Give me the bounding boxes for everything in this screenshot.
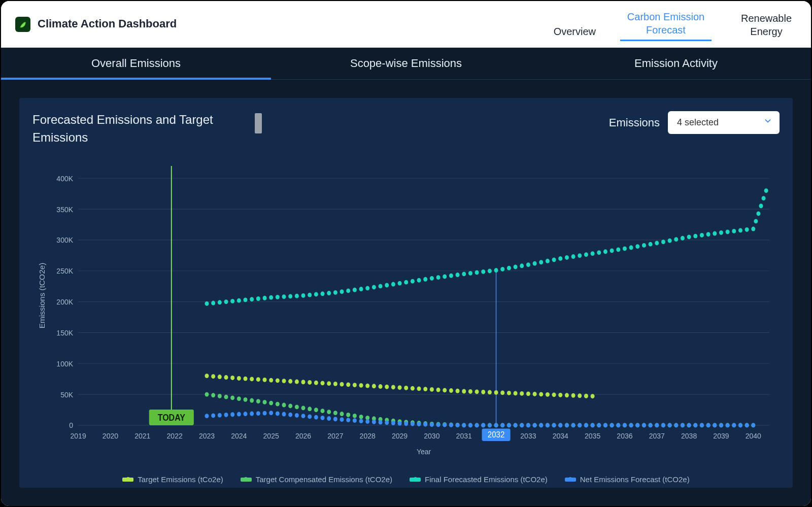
svg-point-300	[295, 413, 299, 418]
svg-point-363	[700, 423, 704, 427]
svg-point-123	[295, 404, 299, 409]
svg-point-105	[571, 393, 576, 397]
svg-text:100K: 100K	[56, 359, 73, 368]
svg-point-58	[269, 378, 273, 382]
emissions-select[interactable]: 4 selected	[668, 111, 780, 134]
svg-point-65	[314, 380, 318, 385]
svg-point-294	[256, 411, 260, 416]
svg-point-269	[681, 235, 685, 240]
leaf-icon	[18, 20, 27, 29]
svg-point-352	[629, 423, 633, 427]
svg-point-64	[308, 380, 312, 385]
svg-point-297	[276, 411, 280, 416]
svg-point-251	[565, 255, 569, 260]
svg-point-277	[732, 229, 736, 233]
svg-point-206	[276, 295, 280, 299]
svg-point-99	[533, 392, 537, 396]
top-tab-forecast[interactable]: Carbon Emission Forecast	[620, 7, 712, 41]
svg-point-132	[353, 414, 357, 418]
legend-swatch	[565, 478, 576, 482]
subtab-activity[interactable]: Emission Activity	[541, 48, 811, 79]
svg-point-244	[520, 263, 524, 268]
svg-point-346	[591, 423, 595, 427]
subtab-scope[interactable]: Scope-wise Emissions	[271, 48, 541, 79]
svg-point-342	[565, 423, 569, 427]
svg-point-284	[762, 196, 766, 200]
svg-point-67	[327, 381, 331, 386]
svg-point-272	[700, 233, 704, 238]
svg-point-89	[468, 389, 472, 394]
svg-point-204	[262, 295, 266, 300]
svg-point-370	[745, 423, 749, 427]
svg-text:2021: 2021	[134, 431, 150, 440]
svg-point-249	[552, 257, 556, 262]
top-tabs: Overview Carbon Emission Forecast Renewa…	[554, 7, 797, 41]
svg-text:400K: 400K	[56, 174, 73, 183]
svg-text:Year: Year	[417, 447, 431, 456]
svg-point-259	[616, 247, 620, 252]
svg-text:2032: 2032	[488, 430, 504, 439]
svg-point-245	[526, 262, 530, 267]
svg-point-205	[269, 295, 273, 299]
svg-point-239	[488, 268, 492, 273]
svg-text:2022: 2022	[167, 431, 183, 440]
svg-point-63	[301, 380, 306, 384]
svg-point-227	[411, 279, 415, 283]
subtab-overall[interactable]: Overall Emissions	[1, 48, 271, 79]
legend-item[interactable]: Target Compensated Emissions (tCO2e)	[241, 475, 392, 484]
svg-point-260	[623, 246, 627, 251]
svg-point-79	[404, 386, 408, 390]
legend-item[interactable]: Final Forecasted Emissions (tCO2e)	[410, 475, 548, 484]
svg-point-321	[430, 422, 434, 427]
svg-point-276	[726, 229, 730, 234]
legend-label: Final Forecasted Emissions (tCO2e)	[425, 475, 548, 484]
svg-point-344	[578, 423, 582, 427]
top-tab-overview[interactable]: Overview	[554, 22, 596, 41]
svg-point-101	[546, 392, 550, 396]
top-tab-renewable[interactable]: Renewable Energy	[736, 9, 797, 41]
svg-point-258	[610, 248, 614, 253]
svg-point-331	[494, 423, 498, 427]
svg-point-90	[475, 389, 479, 394]
svg-point-197	[218, 300, 222, 305]
svg-point-78	[398, 385, 402, 390]
svg-point-278	[738, 228, 742, 232]
drag-handle-icon[interactable]	[255, 113, 262, 133]
svg-point-279	[745, 227, 749, 232]
svg-point-241	[500, 267, 504, 272]
svg-point-347	[597, 423, 601, 427]
emissions-line-chart: 050K100K150K200K250K300K350K400K20192020…	[32, 156, 780, 470]
svg-text:2030: 2030	[424, 431, 439, 440]
svg-point-212	[314, 292, 318, 296]
svg-point-69	[340, 382, 344, 386]
svg-point-292	[243, 412, 247, 416]
svg-text:2035: 2035	[585, 431, 600, 440]
svg-point-57	[262, 378, 266, 382]
svg-text:2031: 2031	[456, 431, 472, 440]
svg-point-317	[404, 421, 408, 426]
svg-point-233	[449, 273, 453, 278]
legend-item[interactable]: Target Emissions (tCo2e)	[122, 475, 223, 484]
svg-point-107	[584, 393, 588, 398]
svg-point-366	[719, 423, 723, 427]
svg-text:150K: 150K	[56, 328, 73, 337]
app-logo	[15, 17, 30, 32]
svg-point-117	[256, 399, 260, 403]
svg-point-202	[250, 297, 254, 301]
svg-text:Emissions (tCO2e): Emissions (tCO2e)	[39, 262, 46, 328]
svg-point-262	[635, 244, 639, 249]
svg-text:2033: 2033	[520, 431, 536, 440]
svg-point-332	[500, 423, 504, 427]
svg-point-108	[591, 394, 595, 398]
svg-point-86	[449, 388, 453, 393]
legend-item[interactable]: Net Emissions Forecast (tCO2e)	[565, 475, 690, 484]
svg-point-231	[436, 275, 441, 280]
svg-point-115	[243, 397, 247, 401]
svg-point-350	[616, 423, 620, 427]
svg-point-81	[417, 386, 421, 391]
svg-point-338	[539, 423, 543, 427]
svg-point-252	[571, 254, 576, 259]
svg-point-330	[488, 423, 492, 427]
svg-point-329	[481, 423, 485, 427]
app-title: Climate Action Dashboard	[38, 17, 177, 30]
